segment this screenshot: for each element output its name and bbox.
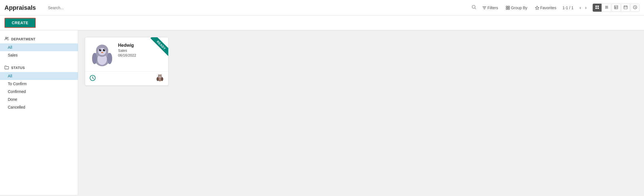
favorites-button[interactable]: Favorites	[534, 4, 558, 11]
calendar-view-button[interactable]	[621, 4, 630, 12]
search-bar	[48, 6, 476, 10]
svg-rect-10	[597, 8, 599, 9]
filters-label: Filters	[487, 6, 498, 10]
svg-point-43	[159, 76, 160, 77]
svg-point-30	[100, 49, 101, 50]
card-grid: Hedwig Sales 06/16/2022 READY	[85, 37, 637, 86]
sidebar-item-status-to-confirm[interactable]: To Confirm	[0, 80, 78, 88]
department-section-label: DEPARTMENT	[11, 37, 35, 41]
sidebar-item-status-confirmed[interactable]: Confirmed	[0, 88, 78, 95]
list-view-button[interactable]	[602, 4, 611, 12]
create-button[interactable]: CREATE	[4, 18, 36, 28]
svg-line-1	[475, 8, 476, 9]
svg-point-28	[98, 48, 106, 55]
svg-point-24	[7, 37, 8, 38]
favorites-label: Favorites	[540, 6, 556, 10]
svg-rect-18	[624, 6, 627, 9]
search-icon[interactable]	[472, 5, 476, 10]
pagination-controls: ‹ ›	[578, 4, 588, 11]
sidebar-item-dept-all[interactable]: All	[0, 43, 78, 51]
svg-point-44	[159, 76, 160, 77]
svg-point-46	[160, 76, 161, 77]
svg-rect-8	[597, 6, 599, 7]
svg-rect-14	[614, 6, 618, 9]
avatar	[90, 42, 115, 67]
svg-point-50	[161, 77, 163, 81]
sidebar-item-status-done[interactable]: Done	[0, 95, 78, 103]
people-icon	[4, 36, 9, 42]
department-section-title: DEPARTMENT	[0, 35, 78, 43]
groupby-button[interactable]: Group By	[504, 4, 529, 11]
content-area: Hedwig Sales 06/16/2022 READY	[78, 30, 644, 195]
svg-point-49	[157, 77, 159, 81]
owl-icon	[156, 74, 164, 83]
activity-view-button[interactable]	[631, 4, 640, 12]
status-section-title: STATUS	[0, 63, 78, 72]
svg-rect-5	[508, 8, 510, 9]
main-layout: DEPARTMENT All Sales STATUS All To Confi…	[0, 30, 644, 195]
svg-point-35	[107, 53, 112, 64]
toolbar: Filters Group By Favorites 1-1 / 1 ‹ ›	[481, 4, 640, 12]
page-title: Appraisals	[4, 4, 44, 11]
card-bottom	[85, 71, 168, 85]
next-page-button[interactable]: ›	[583, 4, 588, 11]
table-view-button[interactable]	[612, 4, 621, 12]
pagination-info: 1-1 / 1	[563, 6, 574, 10]
topbar: Appraisals Filters Group By Favorites 1-…	[0, 0, 644, 16]
prev-page-button[interactable]: ‹	[578, 4, 583, 11]
ready-ribbon: READY	[146, 37, 168, 60]
card-top: Hedwig Sales 06/16/2022 READY	[85, 37, 168, 71]
ribbon-text: READY	[150, 37, 168, 56]
appraisal-card[interactable]: Hedwig Sales 06/16/2022 READY	[85, 37, 169, 86]
svg-point-34	[92, 53, 97, 64]
sidebar-item-dept-sales[interactable]: Sales	[0, 51, 78, 59]
sidebar: DEPARTMENT All Sales STATUS All To Confi…	[0, 30, 78, 195]
svg-rect-9	[595, 8, 597, 9]
svg-point-29	[99, 49, 101, 51]
svg-rect-4	[506, 8, 508, 9]
clock-icon	[90, 75, 96, 82]
svg-rect-7	[595, 6, 597, 7]
svg-rect-3	[508, 6, 510, 8]
sidebar-item-status-cancelled[interactable]: Cancelled	[0, 103, 78, 111]
groupby-label: Group By	[511, 6, 527, 10]
folder-icon	[4, 65, 9, 70]
svg-point-23	[6, 37, 7, 39]
view-switcher	[593, 4, 640, 12]
svg-rect-2	[506, 6, 508, 8]
sidebar-item-status-all[interactable]: All	[0, 72, 78, 80]
filters-button[interactable]: Filters	[481, 4, 500, 11]
svg-point-31	[103, 49, 105, 51]
svg-marker-6	[535, 6, 539, 9]
search-input[interactable]	[48, 6, 476, 10]
svg-point-51	[159, 78, 161, 81]
status-section-label: STATUS	[11, 66, 25, 70]
svg-point-47	[161, 76, 161, 77]
kanban-view-button[interactable]	[593, 4, 602, 12]
svg-point-32	[104, 49, 105, 50]
action-bar: CREATE	[0, 16, 644, 30]
